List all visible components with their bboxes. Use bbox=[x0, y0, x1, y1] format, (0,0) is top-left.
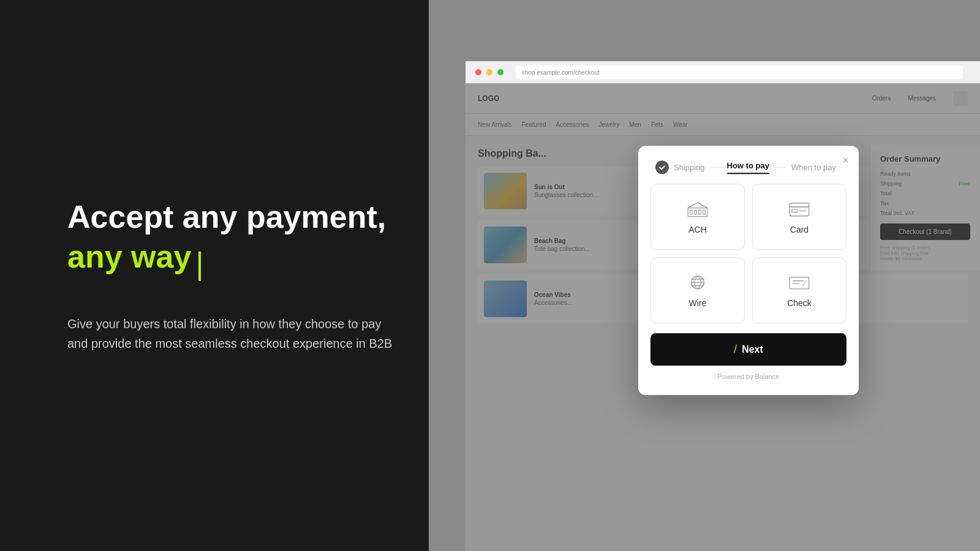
wire-label: Wire bbox=[689, 298, 707, 308]
next-button-slash: / bbox=[734, 343, 737, 356]
payment-option-ach[interactable]: ACH bbox=[650, 184, 745, 250]
left-panel: Accept any payment, any way Give your bu… bbox=[67, 198, 404, 353]
payment-option-wire[interactable]: Wire bbox=[650, 257, 745, 323]
step-check-shipping bbox=[655, 160, 669, 174]
browser-bar: shop.example.com/checkout bbox=[466, 61, 980, 83]
wire-icon bbox=[685, 272, 710, 292]
step-how-to-pay: How to pay bbox=[727, 161, 769, 174]
headline-accent: any way bbox=[67, 238, 191, 275]
ach-label: ACH bbox=[688, 225, 707, 234]
svg-rect-4 bbox=[703, 210, 706, 214]
browser-dot-minimize bbox=[486, 69, 492, 75]
payment-option-check[interactable]: Check bbox=[752, 257, 846, 323]
svg-rect-12 bbox=[790, 277, 809, 289]
svg-rect-3 bbox=[699, 210, 701, 214]
payment-options-grid: ACH Card bbox=[650, 184, 846, 323]
next-button-label: Next bbox=[742, 344, 763, 355]
svg-rect-7 bbox=[792, 209, 797, 212]
description-text: Give your buyers total flexibility in ho… bbox=[67, 314, 404, 353]
step-when-to-pay: When to pay bbox=[791, 163, 836, 172]
check-label: Check bbox=[787, 298, 812, 308]
powered-by: Powered by Balance bbox=[650, 373, 846, 383]
accent-slash bbox=[198, 252, 201, 281]
step-sep-1 bbox=[710, 167, 722, 168]
step-label-when-to-pay: When to pay bbox=[791, 163, 836, 172]
headline-line1: Accept any payment, bbox=[67, 198, 404, 236]
step-label-shipping: Shipping bbox=[674, 163, 705, 172]
svg-rect-0 bbox=[688, 208, 707, 217]
ach-icon bbox=[685, 199, 710, 219]
card-icon bbox=[787, 199, 812, 219]
step-sep-2 bbox=[774, 167, 786, 168]
payment-option-card[interactable]: Card bbox=[752, 184, 846, 250]
step-shipping: Shipping bbox=[655, 160, 705, 174]
modal-header: Shipping How to pay When to pay bbox=[638, 146, 859, 174]
browser-dot-close bbox=[475, 69, 481, 75]
svg-rect-1 bbox=[690, 210, 693, 214]
modal-close-button[interactable]: × bbox=[842, 154, 849, 167]
next-button[interactable]: / Next bbox=[650, 333, 846, 365]
payment-modal: × Shipping How to pay bbox=[638, 146, 859, 395]
url-bar: shop.example.com/checkout bbox=[516, 66, 963, 79]
right-panel: shop.example.com/checkout LOGO Orders Me… bbox=[429, 0, 980, 551]
svg-rect-2 bbox=[695, 210, 697, 214]
stepper: Shipping How to pay When to pay bbox=[655, 160, 842, 174]
modal-body: ACH Card bbox=[638, 184, 859, 395]
active-step-underline bbox=[727, 173, 769, 174]
check-payment-icon bbox=[787, 272, 812, 292]
browser-dot-maximize bbox=[497, 69, 503, 75]
step-label-how-to-pay: How to pay bbox=[727, 161, 769, 170]
card-label: Card bbox=[790, 225, 809, 234]
